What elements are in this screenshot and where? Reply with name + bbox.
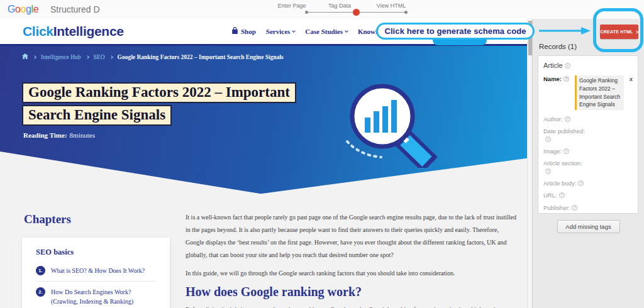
google-logo-letter: o bbox=[15, 4, 21, 14]
google-logo: Google bbox=[8, 4, 38, 15]
hero-banner: Intelligence Hub SEO Google Ranking Fact… bbox=[0, 46, 527, 197]
remove-tag-button[interactable]: x bbox=[630, 76, 633, 82]
nav-item-shop[interactable]: Shop bbox=[231, 27, 256, 36]
annotation-callout: Click here to generate schema code bbox=[376, 23, 535, 40]
nav-label: Shop bbox=[241, 28, 256, 35]
name-field-label: Name: bbox=[543, 75, 575, 110]
page-title[interactable]: Google Ranking Factors 2022 – Important … bbox=[22, 82, 296, 128]
breadcrumb-separator-icon bbox=[86, 55, 89, 59]
help-icon[interactable] bbox=[564, 148, 569, 154]
help-icon[interactable] bbox=[572, 205, 577, 211]
google-logo-letter: g bbox=[26, 4, 31, 14]
step-dot-tag-data-active bbox=[353, 9, 360, 16]
chapter-link[interactable]: How Do Search Engines Work? (Crawling, I… bbox=[51, 287, 156, 306]
chevron-right-icon bbox=[635, 30, 639, 34]
google-logo-letter: e bbox=[33, 4, 39, 14]
article-paragraph: In this guide, we will go through the Go… bbox=[186, 267, 516, 280]
product-name: Structured D bbox=[50, 4, 100, 14]
chevron-down-icon bbox=[345, 29, 348, 33]
field-label: URL: bbox=[543, 192, 557, 199]
reading-time-label: Reading Time: bbox=[23, 131, 67, 139]
record-type-label: Article bbox=[543, 62, 633, 69]
breadcrumb-seo[interactable]: SEO bbox=[94, 54, 105, 60]
add-missing-tags-button[interactable]: Add missing tags bbox=[557, 220, 619, 233]
field-label: Image: bbox=[543, 148, 562, 155]
chapters-heading: Chapters bbox=[24, 212, 71, 226]
field-image: Image: bbox=[543, 148, 633, 155]
breadcrumb-intelligence-hub[interactable]: Intelligence Hub bbox=[41, 54, 81, 60]
field-url: URL: bbox=[543, 192, 633, 199]
reading-time-value: 8minutes bbox=[70, 131, 95, 139]
field-label: Author: bbox=[543, 116, 563, 123]
home-icon[interactable] bbox=[22, 53, 28, 60]
help-icon[interactable] bbox=[559, 192, 565, 198]
name-tagged-value[interactable]: Google Ranking Factors 2022 – Important … bbox=[575, 75, 624, 110]
records-count-label: Records (1) bbox=[539, 43, 577, 50]
breadcrumb-separator-icon bbox=[109, 55, 113, 59]
article-paragraph: Before diving in, it is important to kno… bbox=[186, 304, 516, 308]
help-icon[interactable] bbox=[565, 63, 570, 69]
nav-item-case-studies[interactable]: Case Studies bbox=[305, 28, 348, 35]
field-label: Date published: bbox=[543, 128, 633, 135]
article-section-heading: How does Google ranking work? bbox=[186, 285, 516, 298]
tagged-page-frame: ClickIntelligence Shop Services Case Stu… bbox=[0, 19, 532, 308]
chevron-down-icon bbox=[292, 29, 296, 33]
create-html-label: CREATE HTML bbox=[601, 30, 633, 34]
shopping-bag-icon bbox=[231, 27, 238, 36]
magnifier-chart-illustration bbox=[338, 79, 447, 170]
reading-time: Reading Time:8minutes bbox=[23, 131, 95, 139]
article-paragraph: It is a well-known fact that people rare… bbox=[186, 211, 516, 261]
page-title-line1-highlighted[interactable]: Google Ranking Factors 2022 – Important bbox=[22, 82, 296, 103]
progress-stepper: Enter Page Tag Data View HTML bbox=[277, 1, 411, 18]
annotation-arrow-icon bbox=[536, 26, 592, 38]
google-logo-letter: G bbox=[8, 4, 15, 14]
toolbar: Google Structured D Enter Page Tag Data … bbox=[0, 0, 644, 19]
help-icon[interactable] bbox=[545, 136, 551, 142]
name-field-row: Name: Google Ranking Factors 2022 – Impo… bbox=[543, 75, 633, 110]
field-label: Article section: bbox=[543, 160, 633, 167]
breadcrumb-current-page: Google Ranking Factors 2022 – Important … bbox=[118, 54, 284, 60]
help-icon[interactable] bbox=[545, 168, 551, 174]
chapter-number-badge: 1. bbox=[36, 266, 45, 275]
page-scrollbar[interactable] bbox=[527, 19, 532, 308]
step-dot-view-html bbox=[404, 11, 408, 14]
article-body: It is a well-known fact that people rare… bbox=[186, 211, 516, 308]
chapter-item-1[interactable]: 1. What is SEO? & How Does It Work? bbox=[36, 266, 156, 275]
click-intelligence-logo[interactable]: ClickIntelligence bbox=[23, 24, 124, 39]
nav-label: Services bbox=[266, 28, 290, 35]
field-date-published: Date published: bbox=[543, 128, 633, 143]
divider bbox=[36, 281, 156, 282]
field-label: Article body: bbox=[543, 180, 576, 187]
field-publisher: Publisher: bbox=[543, 204, 633, 212]
chapter-number-badge: 2. bbox=[36, 287, 45, 297]
step-view-html[interactable]: View HTML bbox=[377, 3, 406, 9]
chapter-item-2[interactable]: 2. How Do Search Engines Work? (Crawling… bbox=[36, 287, 156, 306]
my-data-items-panel: Records (1) Article Name: Google Ranking… bbox=[532, 19, 644, 308]
field-author: Author: bbox=[543, 116, 633, 123]
breadcrumb-separator-icon bbox=[33, 55, 36, 59]
help-icon[interactable] bbox=[578, 180, 584, 186]
nav-item-services[interactable]: Services bbox=[266, 28, 295, 35]
article-record-card: Article Name: Google Ranking Factors 202… bbox=[538, 55, 638, 214]
logo-part-intelligence: Intelligence bbox=[53, 24, 124, 38]
help-icon[interactable] bbox=[564, 76, 569, 82]
name-label-text: Name: bbox=[543, 75, 562, 82]
field-article-body: Article body: bbox=[543, 180, 633, 187]
step-dot-enter-page bbox=[305, 11, 308, 14]
record-type-text: Article bbox=[543, 62, 563, 69]
page-title-line2-highlighted[interactable]: Search Engine Signals bbox=[22, 105, 172, 126]
breadcrumb: Intelligence Hub SEO Google Ranking Fact… bbox=[22, 53, 284, 60]
structured-data-markup-helper: Google Structured D Enter Page Tag Data … bbox=[0, 0, 644, 308]
create-html-button[interactable]: CREATE HTML bbox=[600, 25, 638, 39]
google-logo-letter: o bbox=[21, 4, 26, 14]
chapter-link[interactable]: What is SEO? & How Does It Work? bbox=[51, 266, 145, 275]
logo-part-click: Click bbox=[23, 24, 53, 38]
chapters-card: SEO basics 1. What is SEO? & How Does It… bbox=[22, 238, 170, 308]
field-label: Publisher: bbox=[543, 204, 570, 211]
nav-label: Case Studies bbox=[305, 28, 343, 35]
help-icon[interactable] bbox=[565, 116, 570, 122]
step-enter-page[interactable]: Enter Page bbox=[277, 3, 306, 9]
field-article-section: Article section: bbox=[543, 160, 633, 175]
chapters-card-title: SEO basics bbox=[36, 248, 156, 257]
step-tag-data[interactable]: Tag Data bbox=[328, 3, 351, 9]
